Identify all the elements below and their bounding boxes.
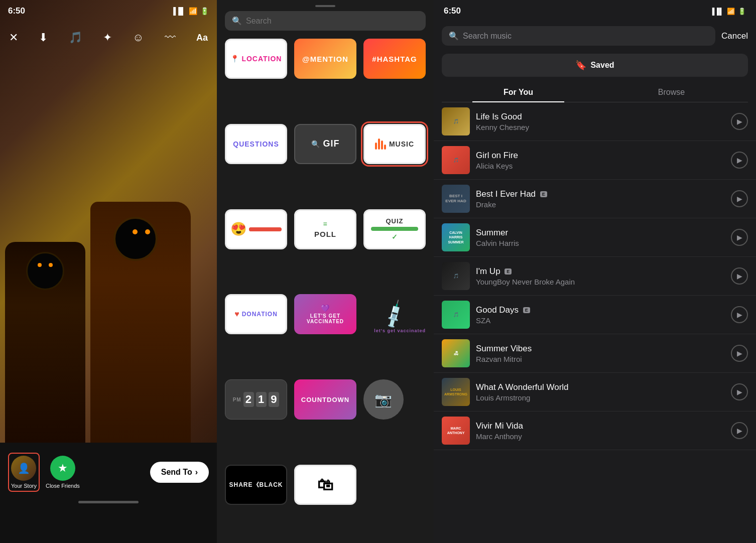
music-item-im-up[interactable]: 🎵 I'm Up E YoungBoy Never Broke Again ▶ [434,257,756,296]
close-friends-button[interactable]: ★ Close Friends [46,456,80,489]
play-button-good-days[interactable]: ▶ [731,306,748,323]
play-button-wonderful-world[interactable]: ▶ [731,383,748,400]
jawa-figure-left [5,242,85,453]
music-search-input[interactable]: 🔍 Search music [442,26,715,46]
play-button-im-up[interactable]: ▶ [731,267,748,285]
music-item-summer-vibes[interactable]: 🏖 Summer Vibes Razvan Mitroi ▶ [434,334,756,373]
signal-icon: ▐▐▌ [171,7,186,15]
vaccinated-heart-icon: 💜 [321,304,330,312]
story-bottom-bar: 👤 Your Story ★ Close Friends Send To › [0,443,217,543]
music-artist-wonderful-world: Louis Armstrong [476,393,725,402]
sticker-hashtag[interactable]: #HASHTAG [363,39,426,79]
sticker-search-input[interactable] [246,17,419,26]
music-title-life-is-good: Life Is Good [476,112,725,122]
sticker-grid: 📍 LOCATION @MENTION #HASHTAG QUESTIONS 🔍… [217,39,434,543]
music-item-girl-on-fire[interactable]: 🎵 Girl on Fire Alicia Keys ▶ [434,141,756,180]
sticker-countdown-timer[interactable]: PM 2 1 9 [225,379,287,420]
sticker-location[interactable]: 📍 LOCATION [225,39,287,79]
sticker-poll[interactable]: ≡ POLL [294,209,356,249]
tab-browse[interactable]: Browse [595,83,748,102]
music-artist-life-is-good: Kenny Chesney [476,123,725,131]
music-info-life-is-good: Life Is Good Kenny Chesney [476,112,725,131]
music-thumb-wonderful-world: LOUIS ARMSTRONG [442,378,470,406]
music-title-good-days: Good Days E [476,305,725,315]
sticker-shopping-bag[interactable]: 🛍 [294,465,356,505]
music-item-wonderful-world[interactable]: LOUIS ARMSTRONG What A Wonderful World L… [434,373,756,412]
music-status-icons: ▐▐▌ 📶 🔋 [710,8,746,15]
music-title-wonderful-world: What A Wonderful World [476,382,725,392]
sparkle-icon[interactable]: ✦ [103,31,112,44]
send-to-label: Send To [161,468,192,477]
sticker-donation[interactable]: ♥ DONATION [225,294,287,334]
sticker-vaccinated[interactable]: 💜 LET'S GET VACCINATED [294,294,356,334]
sticker-questions[interactable]: QUESTIONS [225,124,287,164]
music-info-best-i-ever-had: Best I Ever Had E Drake [476,189,725,209]
music-thumb-best-i-ever-had: BEST I EVER HAD [442,185,470,213]
play-button-vivir-mi-vida[interactable]: ▶ [731,422,748,439]
music-saved-button[interactable]: 🔖 Saved [442,54,748,77]
sticker-countdown[interactable]: COUNTDOWN [294,379,356,420]
sticker-camera[interactable]: 📷 [363,379,404,420]
your-story-button[interactable]: 👤 Your Story [8,453,40,492]
emoji-slider-bar [249,227,282,231]
text-icon[interactable]: Aa [196,33,208,43]
poll-lines-icon: ≡ [323,220,327,228]
jawa-figure-right [90,202,191,453]
sticker-search-bar[interactable]: 🔍 [225,11,426,31]
sticker-gif-label: GIF [323,139,340,149]
sticker-share-label: SHARE《BLACK [229,481,283,489]
music-item-summer[interactable]: CALVIN HARRIS SUMMER Summer Calvin Harri… [434,218,756,257]
face-effect-icon[interactable]: ☺ [133,31,144,44]
music-item-life-is-good[interactable]: 🎵 Life Is Good Kenny Chesney ▶ [434,102,756,141]
music-note-icon[interactable]: 🎵 [69,31,82,44]
play-button-life-is-good[interactable]: ▶ [731,113,748,130]
sticker-vax-illustration[interactable]: 💉 let's get vaccinated [363,294,426,334]
saved-label: Saved [590,61,614,70]
music-info-im-up: I'm Up E YoungBoy Never Broke Again [476,266,725,286]
play-button-best-i-ever-had[interactable]: ▶ [731,190,748,207]
download-icon[interactable]: ⬇ [39,31,48,44]
sticker-share-black[interactable]: SHARE《BLACK [225,465,287,505]
music-artist-summer: Calvin Harris [476,239,725,247]
draw-icon[interactable]: 〰 [165,31,176,44]
tab-for-you[interactable]: For You [442,83,595,102]
donation-inner: ♥ DONATION [234,310,278,319]
close-icon[interactable]: ✕ [9,31,18,44]
music-item-best-i-ever-had[interactable]: BEST I EVER HAD Best I Ever Had E Drake … [434,180,756,218]
music-info-girl-on-fire: Girl on Fire Alicia Keys [476,151,725,170]
camera-icon: 📷 [374,391,393,408]
search-music-placeholder: Search music [463,32,512,41]
timer-am-label: PM [233,397,241,402]
drawer-handle [315,5,335,7]
music-title-best-i-ever-had: Best I Ever Had E [476,189,725,199]
sticker-quiz[interactable]: QUIZ ✓ [363,209,426,249]
sticker-emoji-slider[interactable]: 😍 [225,209,287,249]
sticker-questions-label: QUESTIONS [233,140,279,148]
music-info-vivir-mi-vida: Vivir Mi Vida Marc Anthony [476,421,725,441]
play-button-summer-vibes[interactable]: ▶ [731,345,748,362]
bookmark-icon: 🔖 [575,60,586,71]
sticker-gif[interactable]: 🔍 GIF [294,124,356,164]
quiz-bar [371,227,418,231]
music-item-vivir-mi-vida[interactable]: MARC ANTHONY Vivir Mi Vida Marc Anthony … [434,412,756,450]
sticker-picker-panel: 🔍 📍 LOCATION @MENTION #HASHTAG QUESTIONS… [217,0,434,543]
story-actions: 👤 Your Story ★ Close Friends Send To › [0,443,217,497]
music-cancel-button[interactable]: Cancel [721,31,748,41]
play-button-summer[interactable]: ▶ [731,229,748,246]
timer-display: PM 2 1 9 [233,392,280,407]
sticker-mention[interactable]: @MENTION [294,39,356,79]
sticker-music[interactable]: MUSIC [363,124,426,164]
music-battery-icon: 🔋 [738,8,746,15]
music-title-im-up: I'm Up E [476,266,725,277]
explicit-badge-best: E [540,191,547,197]
music-thumb-summer-vibes: 🏖 [442,339,470,367]
music-artist-vivir-mi-vida: Marc Anthony [476,432,725,441]
music-item-good-days[interactable]: 🎵 Good Days E SZA ▶ [434,296,756,334]
status-bar: 6:50 ▐▐▌ 📶 🔋 [0,0,217,22]
send-to-button[interactable]: Send To › [150,462,209,483]
send-to-chevron-icon: › [195,468,198,477]
music-title-summer-vibes: Summer Vibes [476,344,725,354]
play-button-girl-on-fire[interactable]: ▶ [731,152,748,169]
sticker-quiz-label: QUIZ [386,217,403,225]
bag-icon: 🛍 [317,476,334,494]
